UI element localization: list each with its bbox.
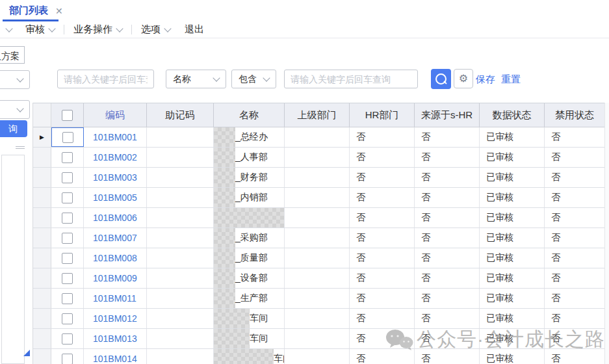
row-checkbox[interactable]: [62, 172, 73, 183]
tab-bar: 部门列表 ✕: [0, 0, 609, 21]
code-link[interactable]: 101BM013: [84, 329, 147, 348]
row-checkbox[interactable]: [62, 192, 73, 203]
header-checkbox-cell[interactable]: [51, 103, 84, 127]
header-data-status[interactable]: 数据状态: [480, 103, 545, 127]
code-link[interactable]: 101BM001: [84, 127, 147, 147]
search-button[interactable]: [431, 69, 451, 89]
source-cell: 否: [415, 329, 480, 348]
header-mnemonic[interactable]: 助记码: [147, 103, 214, 127]
row-checkbox[interactable]: [62, 132, 73, 143]
mnemonic-cell: [147, 248, 214, 268]
data-status-cell: 已审核: [480, 268, 545, 288]
table-header: 编码 助记码 名称 上级部门 HR部门 来源于s-HR 数据状态 禁用状态: [33, 103, 605, 127]
mnemonic-cell: [147, 329, 214, 348]
redaction-block: [214, 268, 235, 288]
row-checkbox[interactable]: [62, 253, 73, 264]
name-text: _内销部: [235, 192, 268, 203]
code-link[interactable]: 101BM009: [84, 268, 147, 288]
row-checkbox-cell[interactable]: [51, 127, 84, 147]
row-checkbox-cell[interactable]: [51, 268, 84, 288]
panel-resize-handle[interactable]: [23, 350, 30, 356]
hr-dept-cell: 否: [350, 349, 415, 364]
code-link[interactable]: 101BM012: [84, 309, 147, 328]
row-checkbox-cell[interactable]: [51, 168, 84, 187]
header-parent-dept[interactable]: 上级部门: [285, 103, 350, 127]
row-checkbox-cell[interactable]: [51, 228, 84, 248]
row-checkbox[interactable]: [62, 313, 73, 324]
name-cell: 车间: [214, 309, 285, 328]
row-checkbox[interactable]: [62, 233, 73, 244]
select-all-checkbox[interactable]: [62, 110, 73, 121]
query-button[interactable]: 询: [0, 120, 27, 137]
hr-dept-cell: 否: [350, 329, 415, 348]
code-link[interactable]: 101BM008: [84, 248, 147, 268]
chevron-down-icon[interactable]: [5, 25, 12, 32]
code-link[interactable]: 101BM011: [84, 289, 147, 308]
reset-link[interactable]: 重置: [501, 73, 521, 86]
tab-close-icon[interactable]: ✕: [55, 6, 63, 16]
field-select[interactable]: 名称: [166, 70, 226, 88]
parent-dept-cell: [285, 329, 350, 348]
row-checkbox-cell[interactable]: [51, 309, 84, 328]
redaction-block: [214, 309, 250, 328]
row-checkbox-cell[interactable]: [51, 188, 84, 207]
name-cell: 车间: [214, 329, 285, 348]
vertical-scrollbar[interactable]: [604, 103, 609, 364]
name-cell: _总经办: [214, 127, 285, 147]
mnemonic-cell: [147, 289, 214, 308]
plan-button[interactable]: 人方案: [0, 46, 25, 64]
name-text: 车间: [274, 353, 285, 364]
data-status-cell: 已审核: [480, 349, 545, 364]
row-checkbox-cell[interactable]: [51, 248, 84, 268]
row-checkbox[interactable]: [62, 213, 73, 224]
menu-item-options[interactable]: 选项: [141, 23, 170, 36]
parent-dept-cell: [285, 127, 350, 147]
row-indicator-cell: [33, 168, 51, 187]
keyword-input-2[interactable]: [284, 70, 418, 88]
panel-splitter-handle[interactable]: [16, 146, 25, 150]
tree-filter-select[interactable]: [0, 100, 30, 119]
row-checkbox-cell[interactable]: [51, 148, 84, 167]
code-link[interactable]: 101BM005: [84, 188, 147, 207]
chevron-down-icon: [16, 75, 23, 82]
menu-item-business-ops[interactable]: 业务操作: [73, 23, 122, 36]
row-checkbox[interactable]: [62, 333, 73, 344]
row-checkbox-cell[interactable]: [51, 208, 84, 228]
header-code[interactable]: 编码: [84, 103, 147, 127]
name-cell: _生产部: [214, 289, 285, 308]
filter-field-select-left[interactable]: [0, 70, 30, 89]
row-checkbox[interactable]: [62, 273, 73, 284]
code-link[interactable]: 101BM002: [84, 148, 147, 167]
redaction-block: [214, 188, 235, 207]
row-indicator-cell: [33, 329, 51, 348]
chevron-down-icon: [48, 25, 55, 32]
code-link[interactable]: 101BM003: [84, 168, 147, 187]
menu-bar: 审核 业务操作 选项 退出: [0, 21, 609, 38]
select-value: 包含: [239, 73, 257, 85]
row-checkbox[interactable]: [62, 354, 73, 364]
row-checkbox-cell[interactable]: [51, 289, 84, 308]
header-name[interactable]: 名称: [214, 103, 285, 127]
keyword-input[interactable]: [57, 70, 154, 88]
row-checkbox[interactable]: [62, 152, 73, 163]
search-icon: [435, 73, 447, 84]
header-source[interactable]: 来源于s-HR: [415, 103, 480, 127]
code-link[interactable]: 101BM007: [84, 228, 147, 248]
header-disabled-status[interactable]: 禁用状态: [545, 103, 605, 127]
chevron-down-icon: [116, 25, 123, 32]
tab-title: 部门列表: [9, 5, 48, 17]
row-checkbox[interactable]: [62, 293, 73, 304]
row-checkbox-cell[interactable]: [51, 349, 84, 364]
operator-select[interactable]: 包含: [231, 70, 276, 88]
tab-department-list[interactable]: 部门列表 ✕: [9, 5, 63, 17]
menu-item-audit[interactable]: 审核: [25, 23, 55, 36]
code-link[interactable]: 101BM006: [84, 208, 147, 228]
header-hr-dept[interactable]: HR部门: [350, 103, 415, 127]
settings-button[interactable]: ⚙: [454, 69, 473, 88]
save-link[interactable]: 保存: [476, 73, 495, 86]
menu-item-exit[interactable]: 退出: [185, 23, 204, 36]
row-checkbox-cell[interactable]: [51, 329, 84, 348]
code-link[interactable]: 101BM014: [84, 349, 147, 364]
disabled-status-cell: 否: [545, 309, 605, 328]
mnemonic-cell: [147, 309, 214, 328]
